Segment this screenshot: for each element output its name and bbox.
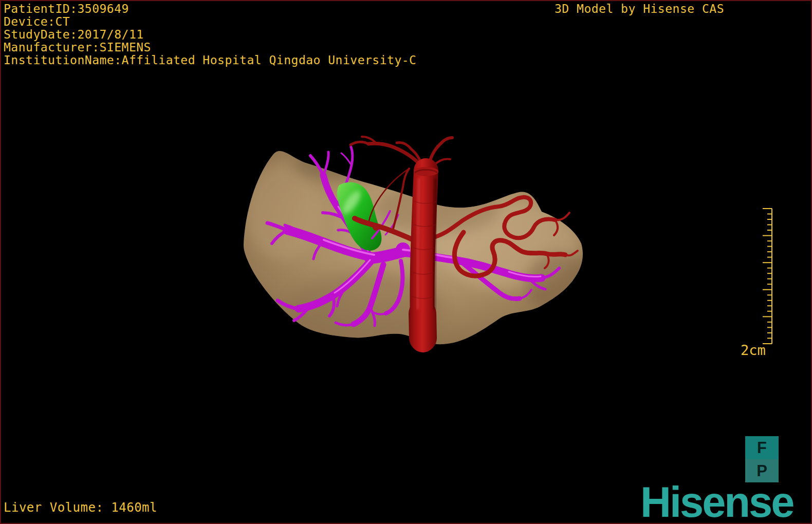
scale-label: 2cm (741, 342, 766, 358)
view-orientation-buttons: F P (745, 436, 779, 482)
watermark-label: 3D Model by Hisense CAS (555, 3, 724, 15)
scale-ruler-icon: 2cm (733, 203, 790, 362)
liver-volume-label: Liver Volume: 1460ml (4, 501, 157, 514)
viewer-screen: PatientID:3509649 Device:CT StudyDate:20… (0, 0, 812, 524)
manufacturer-line: Manufacturer:SIEMENS (4, 41, 416, 54)
patient-info-overlay: PatientID:3509649 Device:CT StudyDate:20… (4, 3, 416, 67)
hisense-logo: Hisense (640, 478, 793, 524)
institution-line: InstitutionName:Affiliated Hospital Qing… (4, 54, 416, 67)
scale-bar: 2cm (733, 203, 790, 362)
front-view-button[interactable]: F (745, 436, 779, 459)
patient-id-line: PatientID:3509649 (4, 3, 416, 15)
device-line: Device:CT (4, 15, 416, 28)
liver-3d-model (222, 129, 592, 361)
liver-3d-model-viewport[interactable] (222, 129, 592, 361)
study-date-line: StudyDate:2017/8/11 (4, 28, 416, 41)
aorta-mesh (412, 167, 438, 340)
